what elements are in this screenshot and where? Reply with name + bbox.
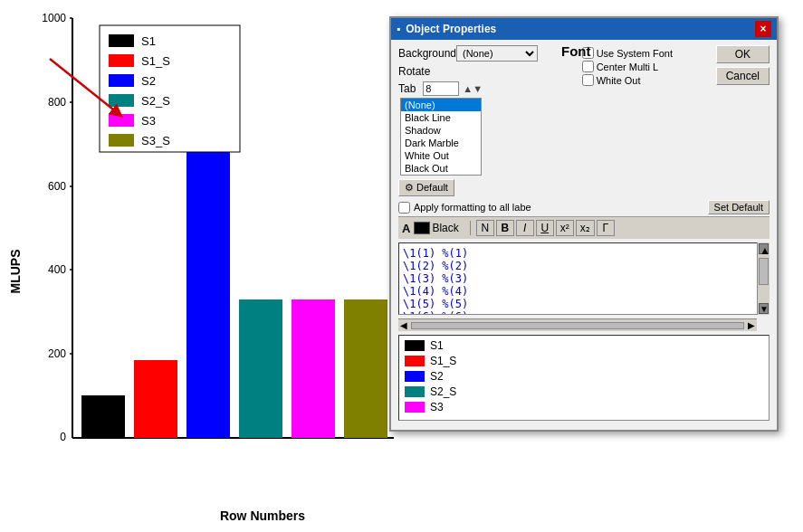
y-axis-label: MLUPS — [8, 250, 23, 294]
dialog-title-icon: ▪ — [397, 23, 400, 35]
dialog-legend: S1 S1_S S2 S2_S S3 — [398, 335, 770, 421]
dialog-body: Background (None) Black Line Shadow Dark… — [391, 40, 777, 430]
legend-color-s3 — [405, 402, 425, 413]
tab-arrows: ▲▼ — [463, 83, 483, 94]
center-multi-row: Center Multi L — [582, 61, 709, 72]
bar-s1s — [134, 360, 177, 438]
scroll-right-btn[interactable]: ▶ — [746, 320, 757, 330]
svg-rect-22 — [109, 114, 134, 127]
dropdown-item-none[interactable]: (None) — [401, 99, 481, 111]
background-label: Background — [398, 47, 453, 60]
svg-rect-20 — [109, 94, 134, 107]
dropdown-item-shadow[interactable]: Shadow — [401, 124, 481, 137]
scroll-left-btn[interactable]: ◀ — [398, 320, 409, 330]
apply-checkbox[interactable] — [398, 202, 410, 214]
white-out-row: White Out — [582, 74, 709, 86]
format-sup-button[interactable]: x² — [556, 220, 574, 236]
legend-color-s1 — [405, 340, 425, 351]
legend-s2s: S2_S — [405, 385, 763, 398]
vscrollbar[interactable]: ▲ ▼ — [757, 242, 770, 315]
svg-rect-24 — [109, 134, 134, 147]
format-gamma-button[interactable]: Γ — [597, 220, 615, 236]
dialog-title-text: Object Properties — [406, 23, 496, 35]
apply-label: Apply formatting to all labe — [414, 202, 531, 213]
format-sub-button[interactable]: x₂ — [576, 220, 595, 236]
scroll-up-btn[interactable]: ▲ — [759, 243, 769, 254]
tab-input[interactable] — [423, 81, 459, 96]
dropdown-item-blackout[interactable]: Black Out — [401, 162, 481, 175]
ok-button[interactable]: OK — [716, 45, 770, 63]
text-line-3: \1(3) %(3) — [403, 272, 754, 285]
format-bar: A Black N B I U x² x₂ Γ — [398, 216, 770, 239]
legend-color-s1s — [405, 356, 425, 366]
default-button[interactable]: ⚙ Default — [398, 179, 454, 196]
hscrollbar[interactable]: ◀ ▶ — [398, 318, 757, 331]
format-u-button[interactable]: U — [536, 220, 554, 236]
font-annotation: Font — [561, 43, 590, 59]
legend-color-s2s — [405, 386, 425, 397]
dropdown-item-blackline[interactable]: Black Line — [401, 111, 481, 124]
text-line-4: \1(4) %(4) — [403, 285, 754, 298]
center-multi-label: Center Multi L — [597, 62, 658, 72]
white-out-checkbox[interactable] — [582, 74, 594, 86]
svg-rect-18 — [109, 74, 134, 87]
svg-text:S3_S: S3_S — [141, 134, 170, 147]
dialog-close-button[interactable]: × — [755, 21, 771, 37]
dialog-titlebar: ▪ Object Properties × — [391, 18, 777, 40]
rotate-row: Rotate — [398, 65, 575, 78]
color-swatch[interactable] — [414, 222, 430, 234]
tab-row: Tab ▲▼ — [398, 81, 575, 96]
svg-text:S1_S: S1_S — [141, 54, 170, 68]
cancel-button[interactable]: Cancel — [716, 67, 770, 85]
svg-text:S2_S: S2_S — [141, 94, 170, 108]
scroll-down-btn[interactable]: ▼ — [759, 303, 769, 314]
apply-row: Apply formatting to all labe Set Default — [398, 200, 770, 214]
background-select[interactable]: (None) Black Line Shadow Dark Marble Whi… — [456, 45, 538, 62]
scroll-thumb[interactable] — [759, 258, 769, 285]
dropdown-item-darkmarble[interactable]: Dark Marble — [401, 137, 481, 149]
legend-s1s: S1_S — [405, 355, 763, 367]
format-b-button[interactable]: B — [496, 220, 514, 236]
svg-text:S2: S2 — [141, 74, 156, 88]
svg-text:S3: S3 — [141, 114, 156, 128]
svg-text:200: 200 — [48, 347, 66, 360]
background-row: Background (None) Black Line Shadow Dark… — [398, 45, 575, 62]
legend-s2: S2 — [405, 370, 763, 383]
text-line-6: \1(6) %(6) — [403, 310, 754, 315]
color-label: Black — [432, 222, 458, 234]
text-area[interactable]: \1(1) %(1) \1(2) %(2) \1(3) %(3) \1(4) %… — [398, 242, 770, 315]
center-multi-checkbox[interactable] — [582, 61, 594, 72]
set-default-button[interactable]: Set Default — [708, 200, 770, 214]
legend-label-s2s: S2_S — [430, 385, 456, 398]
svg-text:S1: S1 — [141, 34, 156, 48]
bar-s3 — [292, 299, 335, 438]
use-system-font-row: Use System Font — [582, 47, 709, 59]
hscroll-thumb[interactable] — [411, 322, 744, 329]
use-system-font-label: Use System Font — [597, 48, 673, 59]
svg-text:400: 400 — [48, 263, 66, 276]
text-line-1: \1(1) %(1) — [403, 247, 754, 260]
object-properties-dialog: ▪ Object Properties × Background (None) … — [389, 16, 779, 432]
default-icon: ⚙ — [405, 182, 414, 193]
svg-text:800: 800 — [48, 96, 66, 109]
legend-label-s3: S3 — [430, 401, 444, 413]
bar-s3s — [344, 299, 387, 438]
tab-label: Tab — [398, 82, 416, 95]
x-axis-label: Row Numbers — [220, 508, 305, 523]
checkbox-group: Use System Font Center Multi L White Out — [582, 47, 709, 86]
dropdown-item-whiteout[interactable]: White Out — [401, 149, 481, 162]
rotate-label: Rotate — [398, 65, 453, 78]
text-content-wrapper: \1(1) %(1) \1(2) %(2) \1(3) %(3) \1(4) %… — [398, 242, 770, 331]
white-out-label: White Out — [597, 75, 641, 86]
dropdown-list: (None) Black Line Shadow Dark Marble Whi… — [400, 98, 482, 176]
bar-s2s — [239, 299, 282, 438]
svg-text:1000: 1000 — [42, 12, 66, 24]
bar-s1 — [81, 395, 125, 438]
format-n-button[interactable]: N — [476, 220, 494, 236]
format-i-button[interactable]: I — [516, 220, 534, 236]
legend-s1: S1 — [405, 339, 763, 352]
default-label: Default — [416, 182, 448, 193]
text-line-2: \1(2) %(2) — [403, 260, 754, 272]
font-a-label: A — [402, 222, 410, 235]
legend-s3: S3 — [405, 401, 763, 413]
